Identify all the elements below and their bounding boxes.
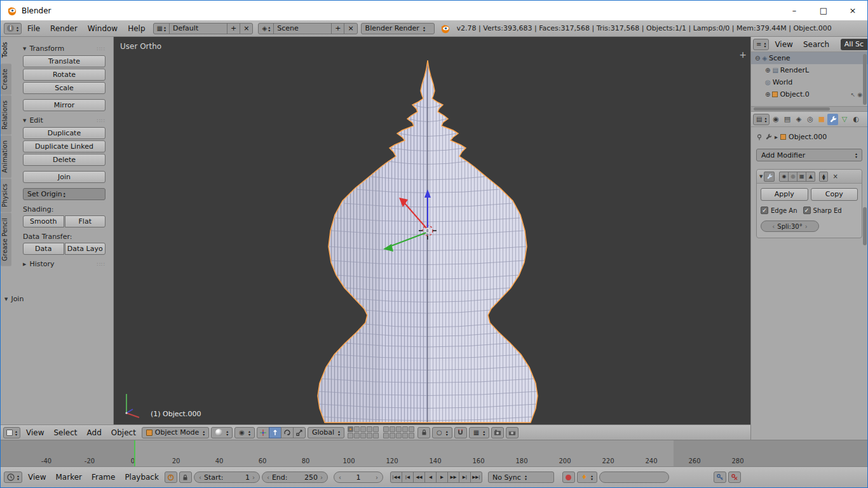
scale-manipulator-button[interactable] (293, 427, 306, 438)
lock-to-scene-button[interactable] (417, 427, 430, 438)
duplicate-linked-button[interactable]: Duplicate Linked (23, 140, 105, 152)
timeline-menu-view[interactable]: View (24, 473, 50, 482)
properties-vertical-scrollbar[interactable] (863, 207, 867, 245)
sync-dropdown[interactable]: No Sync (488, 471, 554, 483)
scene-add-button[interactable]: + (331, 23, 344, 34)
rewind-button[interactable]: ◀◀ (413, 471, 425, 483)
rotate-manipulator-button[interactable] (281, 427, 294, 438)
mirror-button[interactable]: Mirror (23, 99, 105, 111)
active-keying-set-field[interactable] (599, 471, 669, 483)
scene-close-button[interactable]: × (344, 23, 357, 34)
layer-cell[interactable] (396, 433, 402, 438)
join-button[interactable]: Join (23, 171, 105, 183)
layer-cell[interactable] (367, 426, 372, 432)
shelf-tab-tools[interactable]: Tools (1, 37, 11, 63)
shelf-tab-animation[interactable]: Animation (1, 135, 11, 178)
sharp-edges-checkbox[interactable]: Sharp Ed (803, 207, 842, 214)
layer-cell[interactable] (367, 433, 372, 438)
outliner-menu-search[interactable]: Search (799, 37, 834, 52)
layer-cell[interactable] (409, 426, 414, 432)
opengl-render-button[interactable] (491, 427, 504, 438)
record-button[interactable] (562, 471, 575, 483)
layer-cell[interactable] (360, 433, 366, 438)
layer-cell[interactable] (373, 426, 379, 432)
keying-set-dropdown[interactable]: ♦ (577, 471, 597, 483)
insert-keyframe-button[interactable] (714, 471, 726, 483)
tab-world[interactable]: ◎ (804, 114, 815, 125)
copy-modifier-button[interactable]: Copy (811, 188, 858, 201)
restrict-render-icon[interactable]: ◉ (857, 92, 862, 98)
window-titlebar[interactable]: Blender – □ × (1, 1, 867, 20)
shade-flat-button[interactable]: Flat (65, 215, 106, 227)
tab-modifiers[interactable] (827, 114, 838, 125)
menu-object[interactable]: Object (107, 428, 140, 437)
opengl-render-anim-button[interactable] (506, 427, 519, 438)
layer-cell[interactable] (354, 433, 360, 438)
pin-icon[interactable] (756, 134, 763, 140)
layer-cell[interactable] (383, 426, 389, 432)
jump-next-keyframe-button[interactable]: ▶| (459, 471, 471, 483)
delete-button[interactable]: Delete (23, 154, 105, 166)
delete-modifier-button[interactable]: × (831, 173, 839, 180)
shade-smooth-button[interactable]: Smooth (23, 215, 64, 227)
viewport-shading-dropdown[interactable] (211, 427, 233, 438)
layer-cell[interactable] (402, 433, 408, 438)
menu-render[interactable]: Render (46, 21, 82, 36)
toggle-viewport-icon[interactable]: ◎ (788, 172, 797, 182)
menu-file[interactable]: File (23, 21, 44, 36)
layer-cell[interactable] (409, 433, 414, 438)
data-transfer-data-button[interactable]: Data (23, 243, 64, 255)
tab-render-layers[interactable]: ▤ (782, 114, 792, 125)
layer-cell[interactable] (396, 426, 402, 432)
jump-to-end-button[interactable]: ▶▶| (470, 471, 482, 483)
scale-button[interactable]: Scale (23, 82, 105, 94)
modifier-panel-header[interactable]: ▼ ◉ ◎ ▦ ▲ ▲▼ × (757, 170, 862, 184)
apply-modifier-button[interactable]: Apply (761, 188, 808, 201)
panel-header-transform[interactable]: Transform (23, 44, 105, 53)
outliner-row-scene[interactable]: ⊖ ◈ Scene (751, 52, 867, 64)
open-properties-region-button[interactable]: + (739, 50, 747, 60)
scene-name-field[interactable]: Scene (273, 23, 332, 34)
play-button[interactable]: ▶ (436, 471, 448, 483)
split-angle-slider[interactable]: Spli:30° (761, 220, 819, 232)
edge-angle-checkbox[interactable]: Edge An (761, 207, 797, 214)
editor-type-button-timeline[interactable] (4, 471, 22, 483)
toggle-cage-icon[interactable]: ▲ (806, 172, 815, 182)
shelf-tab-grease-pencil[interactable]: Grease Pencil (1, 213, 11, 266)
tab-render[interactable]: ◉ (770, 114, 781, 125)
layer-cell[interactable] (390, 426, 395, 432)
shelf-tab-physics[interactable]: Physics (1, 179, 11, 212)
expand-icon[interactable]: ⊕ (765, 92, 770, 98)
end-frame-field[interactable]: End: 250 (262, 471, 328, 483)
shelf-tab-create[interactable]: Create (1, 64, 11, 95)
editor-type-button-3dview[interactable] (3, 427, 20, 438)
layer-cell[interactable] (390, 433, 395, 438)
layout-add-button[interactable]: + (227, 23, 240, 34)
viewport[interactable]: User Ortho (1) Object.000 + Tools Create… (1, 37, 750, 424)
panel-header-history[interactable]: History (23, 260, 105, 268)
render-engine-dropdown[interactable]: Blender Render (361, 23, 435, 34)
editor-type-button-info[interactable]: i (4, 23, 22, 34)
tab-object[interactable]: ■ (816, 114, 827, 125)
layer-cell[interactable] (354, 426, 360, 432)
layer-cell[interactable] (402, 426, 408, 432)
toggle-editmode-icon[interactable]: ▦ (797, 172, 806, 182)
pivot-center-dropdown[interactable]: ◉ (234, 427, 255, 438)
toggle-render-icon[interactable]: ◉ (779, 172, 789, 182)
snap-element-dropdown[interactable]: ▦ (469, 427, 489, 438)
menu-select[interactable]: Select (50, 428, 81, 437)
transform-orientation-dropdown[interactable]: Global (308, 427, 344, 438)
layer-cell[interactable] (348, 426, 353, 432)
manipulator-toggle-button[interactable] (257, 427, 269, 438)
add-modifier-dropdown[interactable]: Add Modifier (756, 149, 862, 161)
timeline-menu-marker[interactable]: Marker (52, 473, 86, 482)
move-modifier-buttons[interactable]: ▲▼ (819, 172, 828, 182)
layer-cell[interactable] (373, 433, 379, 438)
layer-cell[interactable] (360, 426, 366, 432)
translate-manipulator-button[interactable] (269, 427, 281, 438)
panel-grip-icon[interactable] (97, 261, 105, 268)
outliner-scope-dropdown[interactable]: All Sc (841, 39, 867, 50)
panel-header-redo-join[interactable]: Join (4, 295, 107, 303)
layers-widget-left[interactable] (348, 426, 379, 438)
jump-prev-keyframe-button[interactable]: |◀ (402, 471, 414, 483)
